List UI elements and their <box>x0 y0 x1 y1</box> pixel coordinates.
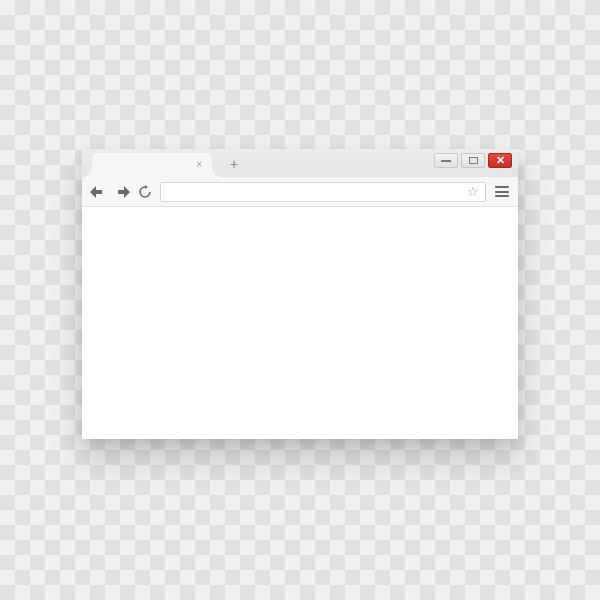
hamburger-icon <box>495 186 509 188</box>
reload-icon <box>138 185 152 199</box>
bookmark-button[interactable]: ☆ <box>467 184 479 199</box>
new-tab-button[interactable]: + <box>230 157 238 171</box>
maximize-button[interactable] <box>461 153 485 168</box>
address-bar[interactable]: ☆ <box>160 182 486 202</box>
menu-button[interactable] <box>494 184 510 199</box>
close-tab-icon[interactable]: × <box>196 160 202 170</box>
url-input[interactable] <box>167 186 461 198</box>
minimize-icon <box>441 160 451 162</box>
reload-button[interactable] <box>138 185 152 199</box>
close-window-button[interactable]: ✕ <box>488 153 512 168</box>
browser-window: × + ✕ ☆ <box>82 149 518 439</box>
arrow-left-icon <box>90 186 106 198</box>
minimize-button[interactable] <box>434 153 458 168</box>
arrow-right-icon <box>114 186 130 198</box>
forward-button[interactable] <box>114 186 130 198</box>
maximize-icon <box>469 157 478 164</box>
page-viewport <box>82 207 518 439</box>
close-icon: ✕ <box>496 154 505 167</box>
toolbar: ☆ <box>82 177 518 207</box>
tab-strip: × + ✕ <box>82 149 518 177</box>
back-button[interactable] <box>90 186 106 198</box>
browser-tab[interactable]: × <box>92 153 212 177</box>
window-controls: ✕ <box>434 153 512 168</box>
